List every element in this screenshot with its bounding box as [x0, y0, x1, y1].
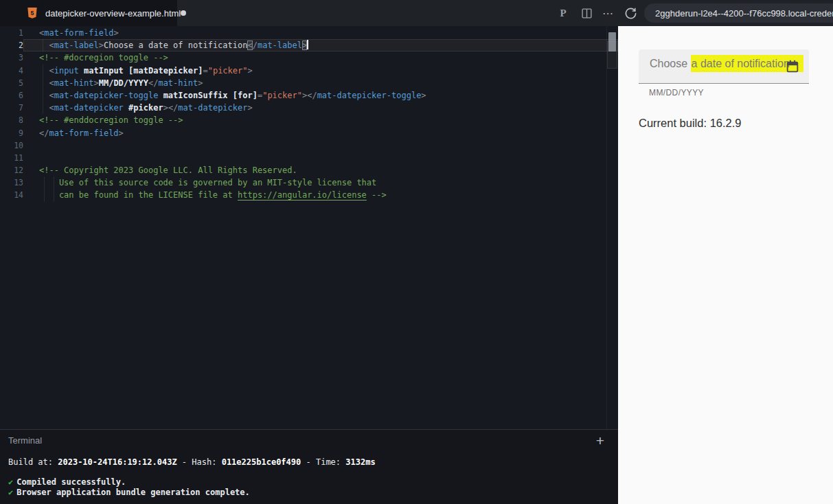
code-token: <!-- #docregion toggle -->: [39, 53, 168, 62]
code-token: <: [49, 41, 54, 50]
refresh-icon[interactable]: [621, 0, 640, 26]
terminal-build-line: Build at: 2023-10-24T16:19:12.043Z - Has…: [8, 457, 610, 467]
html5-icon: 5: [26, 7, 38, 19]
line-content: <mat-datepicker-toggle matIconSuffix [fo…: [23, 89, 618, 102]
code-token: mat-label: [54, 41, 99, 50]
terminal-title: Terminal: [8, 435, 42, 446]
line-content: <input matInput [matDatepicker]="picker"…: [23, 65, 618, 77]
line-content: </mat-form-field>: [23, 127, 618, 139]
editor-tab[interactable]: 5 datepicker-overview-example.html: [0, 0, 177, 26]
split-view-icon[interactable]: [577, 0, 596, 26]
code-token: -->: [367, 190, 387, 200]
code-line[interactable]: 8<!-- #enddocregion toggle -->: [0, 114, 618, 126]
text-cursor: [307, 40, 308, 49]
terminal-header: Terminal +: [0, 430, 618, 450]
code-line[interactable]: 13 Use of this source code is governed b…: [0, 176, 618, 189]
field-label: Choose a date of notification: [650, 58, 790, 70]
code-token: "picker": [208, 66, 248, 76]
terminal-panel: Terminal + Build at: 2023-10-24T16:19:12…: [0, 429, 618, 504]
line-number: 8: [0, 114, 23, 126]
code-line[interactable]: 1<mat-form-field>: [0, 27, 618, 39]
code-lines: 1<mat-form-field>2 <mat-label>Choose a d…: [0, 27, 618, 202]
code-token: https://angular.io/license: [238, 190, 367, 200]
code-line[interactable]: 9</mat-form-field>: [0, 127, 618, 139]
code-line[interactable]: 14 can be found in the LICENSE file at h…: [0, 189, 618, 201]
prettier-icon[interactable]: P: [554, 0, 573, 26]
code-editor[interactable]: 1<mat-form-field>2 <mat-label>Choose a d…: [0, 26, 618, 429]
svg-text:5: 5: [30, 10, 34, 16]
code-line[interactable]: 11: [0, 152, 618, 164]
code-token: mat-form-field: [49, 128, 118, 138]
code-line[interactable]: 3<!-- #docregion toggle -->: [0, 51, 618, 64]
line-content: <mat-datepicker #picker></mat-datepicker…: [23, 102, 618, 114]
code-token: >: [247, 66, 252, 76]
code-token: <: [49, 91, 54, 100]
preview-url-bar[interactable]: 2gghderun-l2e4--4200--f76cc998.local-cre…: [644, 3, 833, 23]
line-number: 6: [0, 89, 23, 102]
line-number: 4: [0, 65, 23, 77]
line-content: <mat-label>Choose a date of notification…: [23, 39, 618, 51]
code-token: mat-datepicker: [54, 103, 124, 113]
code-token: [39, 41, 49, 50]
code-token: [matDatepicker]: [128, 66, 203, 76]
check-icon: ✔: [8, 488, 13, 497]
code-token: [228, 91, 233, 100]
code-line[interactable]: 5 <mat-hint>MM/DD/YYYY</mat-hint>: [0, 77, 618, 89]
build-segment: - Hash:: [177, 457, 222, 467]
code-line[interactable]: 10: [0, 139, 618, 152]
line-content: [23, 152, 618, 164]
code-token: mat-datepicker-toggle: [54, 91, 159, 100]
code-token: [39, 103, 49, 113]
terminal-output[interactable]: Build at: 2023-10-24T16:19:12.043Z - Has…: [0, 450, 618, 497]
code-token: <: [247, 41, 252, 50]
code-token: Use of this source code is governed by a…: [39, 178, 376, 187]
more-options-icon[interactable]: ⋯: [599, 0, 618, 26]
code-token: >: [113, 28, 118, 38]
code-token: <!-- #enddocregion toggle -->: [39, 115, 183, 125]
code-token: [79, 66, 84, 76]
line-number: 1: [0, 27, 23, 39]
code-line[interactable]: 7 <mat-datepicker #picker></mat-datepick…: [0, 102, 618, 114]
code-token: [124, 103, 128, 113]
code-token: [39, 66, 49, 76]
line-content: <mat-hint>MM/DD/YYYY</mat-hint>: [23, 77, 618, 89]
tab-title: datepicker-overview-example.html: [45, 8, 181, 19]
code-line[interactable]: 4 <input matInput [matDatepicker]="picke…: [0, 65, 618, 77]
datepicker-toggle-button[interactable]: [784, 58, 801, 76]
preview-pane: Choose a date of notification MM/DD/YYYY…: [618, 26, 833, 504]
current-build-text: Current build: 16.2.9: [639, 117, 742, 130]
new-terminal-button[interactable]: +: [596, 433, 604, 448]
ide-window: 5 datepicker-overview-example.html P ⋯ 2…: [0, 0, 833, 504]
code-token: </: [307, 91, 317, 100]
line-number: 5: [0, 77, 23, 89]
code-token: Choose a date of notification: [104, 41, 248, 50]
date-input-field[interactable]: Choose a date of notification: [639, 49, 809, 84]
code-token: <: [49, 103, 54, 113]
line-content: <!-- #docregion toggle -->: [23, 51, 618, 64]
code-line[interactable]: 12<!-- Copyright 2023 Google LLC. All Ri…: [0, 164, 618, 176]
line-content: <!-- #enddocregion toggle -->: [23, 114, 618, 126]
code-token: mat-form-field: [44, 28, 113, 38]
code-token: #picker: [128, 103, 163, 113]
code-token: >: [163, 103, 168, 113]
line-number: 7: [0, 102, 23, 114]
line-content: <!-- Copyright 2023 Google LLC. All Righ…: [23, 164, 618, 176]
minimap[interactable]: [606, 26, 618, 429]
line-content: <mat-form-field>: [23, 27, 618, 39]
code-line[interactable]: 6 <mat-datepicker-toggle matIconSuffix […: [0, 89, 618, 102]
line-content: [23, 139, 618, 152]
code-line[interactable]: 2 <mat-label>Choose a date of notificati…: [0, 39, 618, 51]
code-token: "picker": [262, 91, 302, 100]
code-token: /: [253, 41, 258, 50]
check-icon: ✔: [8, 477, 13, 487]
code-token: <: [49, 66, 54, 76]
minimap-code-blob: [608, 32, 616, 51]
modified-dot-icon: [181, 10, 186, 16]
code-token: MM/DD/YYYY: [99, 78, 148, 88]
code-token: [39, 91, 49, 100]
line-number: 10: [0, 139, 23, 152]
code-token: >: [302, 41, 307, 50]
line-content: can be found in the LICENSE file at http…: [23, 189, 618, 201]
code-token: </: [168, 103, 178, 113]
code-token: mat-label: [258, 41, 302, 50]
